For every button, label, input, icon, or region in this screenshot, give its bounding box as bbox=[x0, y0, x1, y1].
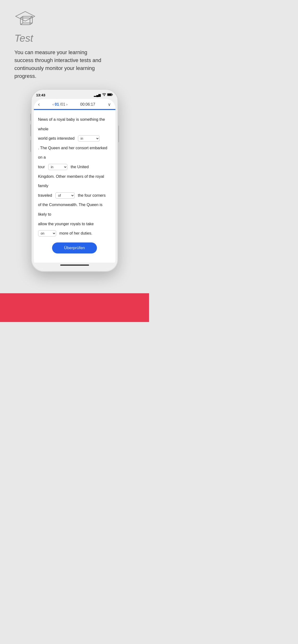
text-segment-8: the four corners bbox=[78, 193, 106, 198]
dropdown-3[interactable]: of in on at bbox=[55, 192, 75, 198]
dropdown-4[interactable]: on in of at bbox=[38, 230, 56, 236]
phone-inner: ‹ ‹ 01 /01 › 00:06:17 ∨ bbox=[34, 99, 115, 269]
phone-mockup-wrapper: 13:43 ▂▄▆ bbox=[0, 87, 149, 298]
timer: 00:06:17 bbox=[80, 102, 95, 106]
text-segment-7: traveled bbox=[38, 193, 52, 198]
page-title: Test bbox=[14, 32, 33, 44]
current-page: 01 bbox=[55, 102, 59, 106]
home-indicator bbox=[60, 264, 89, 266]
status-icons: ▂▄▆ bbox=[94, 93, 113, 97]
text-segment-3: . The Queen and her consort embarked on … bbox=[38, 146, 107, 160]
expand-icon[interactable]: ∨ bbox=[108, 102, 111, 107]
wifi-icon bbox=[102, 93, 106, 97]
description-text: You can measure your learning success th… bbox=[14, 48, 106, 80]
phone: 13:43 ▂▄▆ bbox=[32, 90, 118, 272]
text-segment-5: the United bbox=[71, 164, 89, 169]
nav-bar[interactable]: ‹ ‹ 01 /01 › 00:06:17 ∨ bbox=[34, 99, 115, 109]
phone-outer: 13:43 ▂▄▆ bbox=[32, 90, 118, 272]
text-segment-11: more of her duties. bbox=[59, 231, 92, 235]
phone-screen: ‹ ‹ 01 /01 › 00:06:17 ∨ bbox=[34, 99, 115, 269]
text-segment-10: allow the younger royals to take bbox=[38, 222, 94, 226]
bottom-red-section bbox=[0, 293, 149, 322]
progress-fill bbox=[34, 109, 115, 110]
nav-center: ‹ 01 /01 › bbox=[53, 102, 68, 106]
verify-button[interactable]: Überprüfen bbox=[52, 242, 97, 254]
signal-icon: ▂▄▆ bbox=[94, 93, 101, 97]
svg-rect-12 bbox=[107, 94, 112, 96]
dropdown-2[interactable]: in of on at bbox=[48, 164, 67, 170]
content-area: News of a royal baby is something the wh… bbox=[34, 110, 115, 262]
text-segment-2: world gets interested bbox=[38, 136, 75, 140]
next-page-button[interactable]: › bbox=[66, 102, 67, 106]
graduation-cap-icon bbox=[14, 10, 36, 32]
text-segment-4: tour bbox=[38, 164, 45, 169]
phone-side-button-mute bbox=[30, 114, 31, 121]
phone-side-button-power bbox=[118, 126, 119, 142]
text-segment-6: Kingdom. Other members of the royal fami… bbox=[38, 174, 104, 188]
svg-rect-13 bbox=[112, 94, 113, 95]
total-pages: /01 bbox=[60, 102, 65, 106]
status-bar: 13:43 ▂▄▆ bbox=[32, 90, 118, 99]
prev-page-button[interactable]: ‹ bbox=[53, 102, 54, 106]
phone-bottom-bar bbox=[34, 262, 115, 269]
svg-point-10 bbox=[104, 96, 104, 96]
back-button[interactable]: ‹ bbox=[38, 101, 40, 108]
text-segment-1: News of a royal baby is something the wh… bbox=[38, 117, 105, 131]
dropdown-1[interactable]: in of on at bbox=[78, 135, 100, 142]
exercise-text: News of a royal baby is something the wh… bbox=[38, 115, 111, 238]
progress-bar bbox=[34, 109, 115, 110]
status-time: 13:43 bbox=[36, 93, 45, 97]
phone-side-button-vol-up bbox=[30, 124, 31, 136]
top-section: Test You can measure your learning succe… bbox=[0, 0, 149, 87]
text-segment-9: of the Commonwealth. The Queen is likely… bbox=[38, 202, 102, 216]
battery-icon bbox=[107, 93, 113, 97]
phone-side-button-vol-down bbox=[30, 140, 31, 152]
